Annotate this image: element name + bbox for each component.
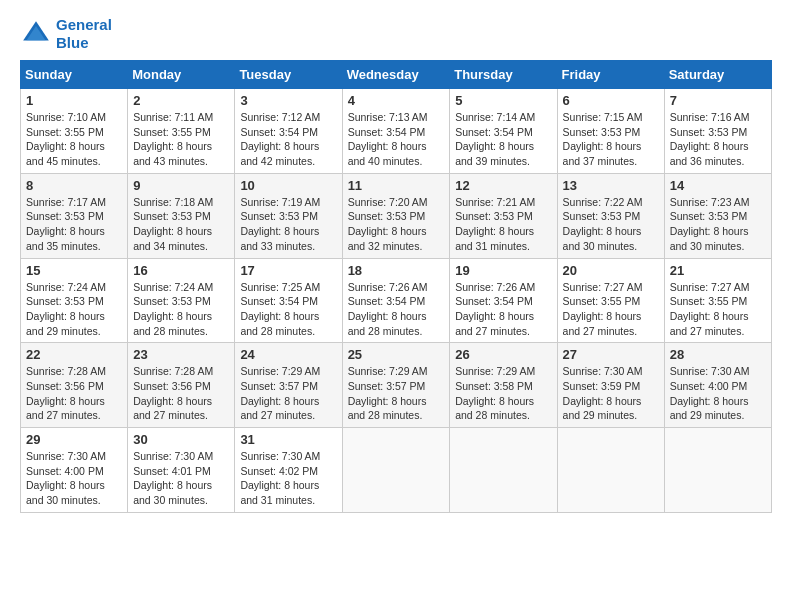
week-row-3: 15 Sunrise: 7:24 AM Sunset: 3:53 PM Dayl…	[21, 258, 772, 343]
day-cell: 7 Sunrise: 7:16 AM Sunset: 3:53 PM Dayli…	[664, 89, 771, 174]
day-info: Sunrise: 7:22 AM Sunset: 3:53 PM Dayligh…	[563, 196, 643, 252]
day-number: 15	[26, 263, 122, 278]
day-cell: 28 Sunrise: 7:30 AM Sunset: 4:00 PM Dayl…	[664, 343, 771, 428]
day-number: 12	[455, 178, 551, 193]
week-row-2: 8 Sunrise: 7:17 AM Sunset: 3:53 PM Dayli…	[21, 173, 772, 258]
header-tuesday: Tuesday	[235, 61, 342, 89]
header-sunday: Sunday	[21, 61, 128, 89]
day-cell: 6 Sunrise: 7:15 AM Sunset: 3:53 PM Dayli…	[557, 89, 664, 174]
day-cell	[342, 428, 450, 513]
day-cell: 24 Sunrise: 7:29 AM Sunset: 3:57 PM Dayl…	[235, 343, 342, 428]
day-info: Sunrise: 7:24 AM Sunset: 3:53 PM Dayligh…	[26, 281, 106, 337]
header-friday: Friday	[557, 61, 664, 89]
day-cell: 2 Sunrise: 7:11 AM Sunset: 3:55 PM Dayli…	[128, 89, 235, 174]
day-info: Sunrise: 7:29 AM Sunset: 3:58 PM Dayligh…	[455, 365, 535, 421]
day-number: 8	[26, 178, 122, 193]
day-cell: 10 Sunrise: 7:19 AM Sunset: 3:53 PM Dayl…	[235, 173, 342, 258]
day-cell: 20 Sunrise: 7:27 AM Sunset: 3:55 PM Dayl…	[557, 258, 664, 343]
logo-text: General Blue	[56, 16, 112, 52]
header-wednesday: Wednesday	[342, 61, 450, 89]
week-row-5: 29 Sunrise: 7:30 AM Sunset: 4:00 PM Dayl…	[21, 428, 772, 513]
day-info: Sunrise: 7:30 AM Sunset: 3:59 PM Dayligh…	[563, 365, 643, 421]
day-number: 22	[26, 347, 122, 362]
day-number: 5	[455, 93, 551, 108]
week-row-4: 22 Sunrise: 7:28 AM Sunset: 3:56 PM Dayl…	[21, 343, 772, 428]
day-number: 7	[670, 93, 766, 108]
day-cell: 18 Sunrise: 7:26 AM Sunset: 3:54 PM Dayl…	[342, 258, 450, 343]
day-number: 11	[348, 178, 445, 193]
day-cell: 9 Sunrise: 7:18 AM Sunset: 3:53 PM Dayli…	[128, 173, 235, 258]
day-cell: 26 Sunrise: 7:29 AM Sunset: 3:58 PM Dayl…	[450, 343, 557, 428]
day-cell: 23 Sunrise: 7:28 AM Sunset: 3:56 PM Dayl…	[128, 343, 235, 428]
day-cell: 11 Sunrise: 7:20 AM Sunset: 3:53 PM Dayl…	[342, 173, 450, 258]
day-number: 29	[26, 432, 122, 447]
day-cell: 17 Sunrise: 7:25 AM Sunset: 3:54 PM Dayl…	[235, 258, 342, 343]
day-info: Sunrise: 7:12 AM Sunset: 3:54 PM Dayligh…	[240, 111, 320, 167]
week-row-1: 1 Sunrise: 7:10 AM Sunset: 3:55 PM Dayli…	[21, 89, 772, 174]
day-cell: 25 Sunrise: 7:29 AM Sunset: 3:57 PM Dayl…	[342, 343, 450, 428]
day-info: Sunrise: 7:30 AM Sunset: 4:00 PM Dayligh…	[670, 365, 750, 421]
day-info: Sunrise: 7:20 AM Sunset: 3:53 PM Dayligh…	[348, 196, 428, 252]
day-cell: 5 Sunrise: 7:14 AM Sunset: 3:54 PM Dayli…	[450, 89, 557, 174]
day-number: 31	[240, 432, 336, 447]
day-info: Sunrise: 7:10 AM Sunset: 3:55 PM Dayligh…	[26, 111, 106, 167]
day-cell: 1 Sunrise: 7:10 AM Sunset: 3:55 PM Dayli…	[21, 89, 128, 174]
day-cell	[450, 428, 557, 513]
day-number: 4	[348, 93, 445, 108]
day-info: Sunrise: 7:27 AM Sunset: 3:55 PM Dayligh…	[670, 281, 750, 337]
day-info: Sunrise: 7:13 AM Sunset: 3:54 PM Dayligh…	[348, 111, 428, 167]
day-info: Sunrise: 7:17 AM Sunset: 3:53 PM Dayligh…	[26, 196, 106, 252]
day-cell: 22 Sunrise: 7:28 AM Sunset: 3:56 PM Dayl…	[21, 343, 128, 428]
day-info: Sunrise: 7:28 AM Sunset: 3:56 PM Dayligh…	[26, 365, 106, 421]
header-thursday: Thursday	[450, 61, 557, 89]
day-number: 13	[563, 178, 659, 193]
day-info: Sunrise: 7:27 AM Sunset: 3:55 PM Dayligh…	[563, 281, 643, 337]
day-number: 9	[133, 178, 229, 193]
day-number: 23	[133, 347, 229, 362]
day-number: 28	[670, 347, 766, 362]
day-number: 1	[26, 93, 122, 108]
logo-icon	[20, 18, 52, 50]
day-info: Sunrise: 7:11 AM Sunset: 3:55 PM Dayligh…	[133, 111, 213, 167]
day-number: 24	[240, 347, 336, 362]
day-number: 27	[563, 347, 659, 362]
day-cell: 3 Sunrise: 7:12 AM Sunset: 3:54 PM Dayli…	[235, 89, 342, 174]
header-monday: Monday	[128, 61, 235, 89]
day-cell: 14 Sunrise: 7:23 AM Sunset: 3:53 PM Dayl…	[664, 173, 771, 258]
day-cell: 15 Sunrise: 7:24 AM Sunset: 3:53 PM Dayl…	[21, 258, 128, 343]
day-info: Sunrise: 7:24 AM Sunset: 3:53 PM Dayligh…	[133, 281, 213, 337]
day-info: Sunrise: 7:30 AM Sunset: 4:02 PM Dayligh…	[240, 450, 320, 506]
day-number: 30	[133, 432, 229, 447]
day-number: 16	[133, 263, 229, 278]
day-number: 10	[240, 178, 336, 193]
day-cell: 31 Sunrise: 7:30 AM Sunset: 4:02 PM Dayl…	[235, 428, 342, 513]
day-number: 21	[670, 263, 766, 278]
day-number: 19	[455, 263, 551, 278]
day-cell: 19 Sunrise: 7:26 AM Sunset: 3:54 PM Dayl…	[450, 258, 557, 343]
day-number: 20	[563, 263, 659, 278]
day-info: Sunrise: 7:29 AM Sunset: 3:57 PM Dayligh…	[348, 365, 428, 421]
day-cell: 27 Sunrise: 7:30 AM Sunset: 3:59 PM Dayl…	[557, 343, 664, 428]
day-cell: 21 Sunrise: 7:27 AM Sunset: 3:55 PM Dayl…	[664, 258, 771, 343]
day-info: Sunrise: 7:28 AM Sunset: 3:56 PM Dayligh…	[133, 365, 213, 421]
day-info: Sunrise: 7:26 AM Sunset: 3:54 PM Dayligh…	[348, 281, 428, 337]
day-number: 2	[133, 93, 229, 108]
calendar-table: SundayMondayTuesdayWednesdayThursdayFrid…	[20, 60, 772, 513]
day-number: 3	[240, 93, 336, 108]
day-cell: 16 Sunrise: 7:24 AM Sunset: 3:53 PM Dayl…	[128, 258, 235, 343]
day-cell	[557, 428, 664, 513]
day-cell: 4 Sunrise: 7:13 AM Sunset: 3:54 PM Dayli…	[342, 89, 450, 174]
day-cell: 29 Sunrise: 7:30 AM Sunset: 4:00 PM Dayl…	[21, 428, 128, 513]
day-info: Sunrise: 7:26 AM Sunset: 3:54 PM Dayligh…	[455, 281, 535, 337]
day-cell: 30 Sunrise: 7:30 AM Sunset: 4:01 PM Dayl…	[128, 428, 235, 513]
day-cell	[664, 428, 771, 513]
page-header: General Blue	[20, 16, 772, 52]
day-info: Sunrise: 7:14 AM Sunset: 3:54 PM Dayligh…	[455, 111, 535, 167]
day-cell: 13 Sunrise: 7:22 AM Sunset: 3:53 PM Dayl…	[557, 173, 664, 258]
day-number: 25	[348, 347, 445, 362]
day-cell: 8 Sunrise: 7:17 AM Sunset: 3:53 PM Dayli…	[21, 173, 128, 258]
day-info: Sunrise: 7:30 AM Sunset: 4:01 PM Dayligh…	[133, 450, 213, 506]
day-number: 18	[348, 263, 445, 278]
day-cell: 12 Sunrise: 7:21 AM Sunset: 3:53 PM Dayl…	[450, 173, 557, 258]
day-info: Sunrise: 7:29 AM Sunset: 3:57 PM Dayligh…	[240, 365, 320, 421]
